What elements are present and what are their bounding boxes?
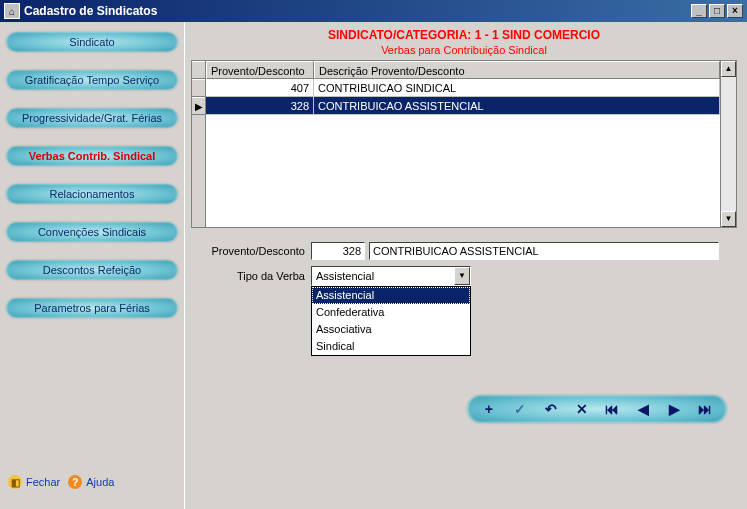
- sidebar-item-parametros[interactable]: Parametros para Férias: [6, 298, 178, 318]
- scroll-down-button[interactable]: ▼: [721, 211, 736, 227]
- nav-add-icon[interactable]: +: [480, 401, 498, 417]
- window-title: Cadastro de Sindicatos: [24, 4, 691, 18]
- grid-cell-c1: 328: [206, 97, 314, 115]
- form-verba: Provento/Desconto 328 CONTRIBUICAO ASSIS…: [191, 242, 737, 286]
- nav-undo-icon[interactable]: ↶: [542, 401, 560, 417]
- minimize-button[interactable]: _: [691, 4, 707, 18]
- header-sindicato: SINDICATO/CATEGORIA: 1 - 1 SIND COMERCIO: [191, 28, 737, 42]
- help-icon: ?: [68, 475, 82, 489]
- sidebar-item-progressividade[interactable]: Progressividade/Grat. Férias: [6, 108, 178, 128]
- combo-value: Assistencial: [312, 267, 454, 285]
- nav-delete-icon[interactable]: ✕: [573, 401, 591, 417]
- grid-cell-c2: CONTRIBUICAO SINDICAL: [314, 79, 720, 97]
- close-button[interactable]: ×: [727, 4, 743, 18]
- nav-first-icon[interactable]: ⏮: [603, 401, 621, 417]
- input-codigo[interactable]: 328: [311, 242, 365, 260]
- grid-corner: [192, 61, 205, 79]
- grid-row[interactable]: 328 CONTRIBUICAO ASSISTENCIAL: [206, 97, 720, 115]
- nav-last-icon[interactable]: ⏭: [696, 401, 714, 417]
- grid-scrollbar[interactable]: ▲ ▼: [720, 61, 736, 227]
- maximize-button[interactable]: □: [709, 4, 725, 18]
- titlebar: ⌂ Cadastro de Sindicatos _ □ ×: [0, 0, 747, 22]
- header-verbas: Verbas para Contribuição Sindical: [191, 44, 737, 56]
- grid-col-provento[interactable]: Provento/Desconto: [206, 61, 314, 79]
- scroll-up-button[interactable]: ▲: [721, 61, 736, 77]
- sidebar-item-descontos[interactable]: Descontos Refeição: [6, 260, 178, 280]
- ajuda-button[interactable]: ? Ajuda: [68, 475, 114, 489]
- main-panel: SINDICATO/CATEGORIA: 1 - 1 SIND COMERCIO…: [185, 22, 747, 509]
- sidebar-item-relacionamentos[interactable]: Relacionamentos: [6, 184, 178, 204]
- fechar-label: Fechar: [26, 476, 60, 488]
- grid-col-descricao[interactable]: Descrição Provento/Desconto: [314, 61, 720, 79]
- grid-verbas: ▶ Provento/Desconto Descrição Provento/D…: [191, 60, 737, 228]
- nav-prev-icon[interactable]: ◀: [634, 401, 652, 417]
- ajuda-label: Ajuda: [86, 476, 114, 488]
- dropdown-option[interactable]: Assistencial: [312, 287, 470, 304]
- label-provento: Provento/Desconto: [191, 245, 311, 257]
- label-tipo: Tipo da Verba: [191, 270, 311, 282]
- dropdown-tipo-verba: Assistencial Confederativa Associativa S…: [311, 286, 471, 356]
- sidebar-item-sindicato[interactable]: Sindicato: [6, 32, 178, 52]
- sidebar-item-convencoes[interactable]: Convenções Sindicais: [6, 222, 178, 242]
- sidebar: Sindicato Gratificação Tempo Serviço Pro…: [0, 22, 185, 509]
- app-icon: ⌂: [4, 3, 20, 19]
- record-navigator: + ✓ ↶ ✕ ⏮ ◀ ▶ ⏭: [467, 395, 727, 423]
- sidebar-item-gratificacao[interactable]: Gratificação Tempo Serviço: [6, 70, 178, 90]
- input-descricao[interactable]: CONTRIBUICAO ASSISTENCIAL: [369, 242, 719, 260]
- grid-rowheader-0[interactable]: [192, 79, 205, 97]
- nav-ok-icon[interactable]: ✓: [511, 401, 529, 417]
- nav-next-icon[interactable]: ▶: [665, 401, 683, 417]
- door-icon: ◧: [8, 475, 22, 489]
- dropdown-option[interactable]: Associativa: [312, 321, 470, 338]
- combo-tipo-verba[interactable]: Assistencial ▼ Assistencial Confederativ…: [311, 266, 471, 286]
- grid-cell-c1: 407: [206, 79, 314, 97]
- dropdown-option[interactable]: Sindical: [312, 338, 470, 355]
- fechar-button[interactable]: ◧ Fechar: [8, 475, 60, 489]
- grid-cell-c2: CONTRIBUICAO ASSISTENCIAL: [314, 97, 720, 115]
- chevron-down-icon[interactable]: ▼: [454, 267, 470, 285]
- grid-row[interactable]: 407 CONTRIBUICAO SINDICAL: [206, 79, 720, 97]
- sidebar-item-verbas-contrib[interactable]: Verbas Contrib. Sindical: [6, 146, 178, 166]
- grid-rowheader-1[interactable]: ▶: [192, 97, 205, 115]
- scroll-track[interactable]: [721, 77, 736, 211]
- dropdown-option[interactable]: Confederativa: [312, 304, 470, 321]
